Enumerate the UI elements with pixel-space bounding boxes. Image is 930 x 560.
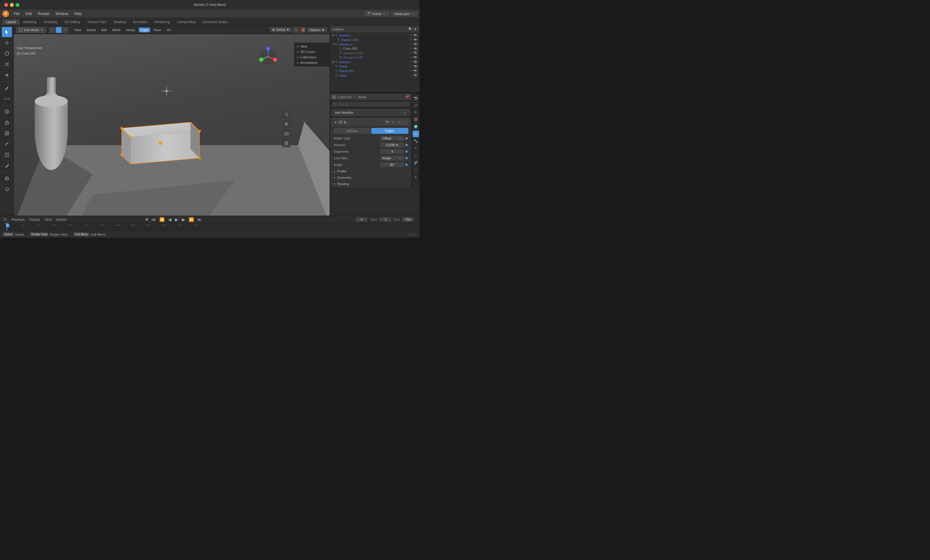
viewport-3d[interactable]: Edit Mode ▼ · — ▪ View Select Add Mesh V… — [14, 26, 330, 215]
view-menu[interactable]: View — [72, 28, 83, 32]
outliner-row-drawer-r-cl[interactable]: ▽ drawer.r.cl.00 👁 📷 — [330, 55, 419, 60]
jump-end-btn[interactable]: ⏭ — [196, 217, 203, 223]
prop-icon-physics[interactable]: ⚛ — [413, 152, 419, 159]
tool-loop-cut[interactable] — [2, 150, 12, 160]
tool-bevel[interactable] — [2, 139, 12, 149]
tab-layout[interactable]: Layout — [2, 19, 20, 25]
modifier-apply[interactable]: ✓ — [396, 120, 402, 125]
n-panel-3d-cursor[interactable]: ▶ 3D Cursor — [295, 49, 328, 54]
collapsible-profile[interactable]: ▶ Profile — [331, 168, 410, 174]
prev-keyframe-btn[interactable]: ⏪ — [158, 217, 166, 223]
value-segments[interactable]: 4 — [380, 149, 404, 154]
vertex-mode-btn[interactable]: · — [49, 27, 55, 33]
tab-geometry-nodes[interactable]: Geometry Nodes — [199, 19, 231, 25]
tool-transform[interactable] — [2, 70, 12, 80]
modifier-tab-edges[interactable]: Edges — [371, 128, 409, 134]
outliner-row-plane[interactable]: ▽ Plane 👁 📷 — [330, 64, 419, 69]
outliner-row-drawer-l-cl[interactable]: ▽ drawer.l.cl.00 👁 📷 — [330, 51, 419, 55]
tool-add-cube[interactable] — [2, 107, 12, 117]
uv-menu[interactable]: UV — [165, 28, 173, 32]
prop-icon-modifiers[interactable]: 🔧 — [413, 138, 419, 145]
close-button[interactable] — [4, 3, 8, 7]
prop-icon-view[interactable]: 👁 — [413, 109, 419, 115]
modifier-visibility-render[interactable]: 📷 — [384, 120, 390, 125]
prev-frame-btn[interactable]: ◀ — [167, 217, 172, 223]
tab-animation[interactable]: Animation — [129, 19, 151, 25]
face-mode-btn[interactable]: ▪ — [62, 27, 68, 33]
properties-pin[interactable]: 📌 — [405, 95, 409, 99]
add-menu[interactable]: Add — [100, 28, 109, 32]
tool-smooth[interactable] — [2, 173, 12, 183]
play-btn[interactable]: ▶ — [174, 217, 179, 223]
snap-toggle[interactable]: 🧲 — [300, 27, 306, 33]
outliner-search[interactable]: 🔍 — [408, 27, 413, 31]
tool-inset[interactable] — [2, 128, 12, 138]
value-limit-method[interactable]: Angle▼ — [380, 156, 404, 160]
tab-sculpting[interactable]: Sculpting — [40, 19, 61, 25]
tool-move[interactable] — [2, 38, 12, 48]
tool-shrink-fatten[interactable] — [2, 184, 12, 194]
modifier-delete[interactable]: ✕ — [402, 120, 408, 125]
outliner-row-drawer-l[interactable]: ▶ ▽ drawer.l 👁 📷 — [330, 33, 419, 37]
face-menu[interactable]: Face — [152, 28, 163, 32]
outliner-filter[interactable]: ▼ — [414, 27, 417, 31]
tab-modeling[interactable]: Modeling — [20, 19, 40, 25]
prop-icon-object[interactable]: ⬡ — [413, 131, 419, 137]
edge-mode-btn[interactable]: — — [56, 27, 62, 33]
collapsible-shading[interactable]: ▶ Shading — [331, 181, 410, 187]
timeline-view[interactable]: View — [43, 217, 53, 222]
menu-help[interactable]: Help — [72, 11, 84, 17]
modifier-collapse[interactable]: ▼ — [334, 120, 337, 124]
tab-rendering[interactable]: Rendering — [151, 19, 174, 25]
tool-extrude[interactable] — [2, 117, 12, 128]
prop-icon-output[interactable]: 🖨 — [413, 102, 419, 108]
prop-icon-render[interactable]: 📷 — [413, 95, 419, 101]
tool-rotate[interactable] — [2, 49, 12, 59]
collapsible-geometry[interactable]: ▶ Geometry — [331, 174, 410, 181]
timeline-keying[interactable]: Keying — [28, 217, 41, 222]
tool-knife[interactable] — [2, 160, 12, 171]
timeline-track[interactable]: 0 20 40 60 80 100 120 140 160 180 200 22… — [0, 223, 419, 231]
timeline-icon[interactable]: ⏱ — [2, 217, 8, 221]
camera-btn[interactable] — [282, 129, 291, 138]
value-width-type[interactable]: Offset▼ — [380, 136, 404, 141]
tool-scale[interactable] — [2, 59, 12, 69]
n-panel-collections[interactable]: ▶ Collections — [295, 54, 328, 60]
viewport-gizmo[interactable]: Z X Y — [258, 46, 279, 67]
jump-start-btn[interactable]: ⏮ — [150, 217, 157, 223]
outliner-row-drawer-m[interactable]: ▼ ▽ drawer.m 👁 📷 — [330, 42, 419, 46]
outliner-row-drawer-r[interactable]: ▶ ▽ drawer.r 👁 📷 — [330, 60, 419, 64]
end-frame-input[interactable] — [402, 217, 414, 222]
outliner-row-cube026[interactable]: □ Cube.026 👁 📷 — [330, 46, 419, 51]
start-frame-input[interactable] — [379, 217, 391, 222]
properties-search-field[interactable]: Search... — [332, 102, 410, 107]
menu-render[interactable]: Render — [35, 11, 52, 17]
global-selector[interactable]: ⊕Global▼ — [269, 27, 292, 32]
tab-shading[interactable]: Shading — [110, 19, 129, 25]
select-menu[interactable]: Select — [85, 28, 98, 32]
timeline-marker[interactable]: Marker — [55, 217, 68, 222]
tab-uv-editing[interactable]: UV Editing — [61, 19, 83, 25]
prop-icon-world[interactable]: 🌍 — [413, 123, 419, 130]
prop-icon-scene[interactable]: 🎬 — [413, 116, 419, 123]
menu-window[interactable]: Window — [53, 11, 71, 17]
tool-select[interactable] — [2, 27, 12, 37]
vertex-menu[interactable]: Vertex — [124, 28, 137, 32]
current-frame-input[interactable] — [356, 217, 368, 222]
tab-texture-paint[interactable]: Texture Paint — [83, 19, 110, 25]
n-panel-annotations[interactable]: ▶ Annotations — [295, 60, 328, 65]
prop-icon-constraints[interactable]: 🔗 — [413, 159, 419, 166]
tool-annotate[interactable] — [2, 83, 12, 93]
next-keyframe-btn[interactable]: ⏩ — [188, 217, 195, 223]
proportional-editing[interactable]: ⊙ — [293, 27, 299, 33]
tool-measure[interactable] — [2, 94, 12, 104]
minimize-button[interactable] — [10, 3, 14, 7]
outliner-row-drawer-l001[interactable]: ▽ drawer.l.001 👁 📷 — [330, 37, 419, 42]
outliner-row-plane001[interactable]: ▽ Plane.001 👁 📷 — [330, 69, 419, 73]
viewlayer-selector[interactable]: ViewLayer▼ — [391, 11, 417, 16]
mesh-menu[interactable]: Mesh — [111, 28, 122, 32]
edge-menu[interactable]: Edge — [139, 28, 150, 32]
menu-edit[interactable]: Edit — [23, 11, 34, 17]
next-frame-btn[interactable]: ▶ — [181, 217, 186, 223]
prop-icon-particles[interactable]: ✦ — [413, 145, 419, 152]
